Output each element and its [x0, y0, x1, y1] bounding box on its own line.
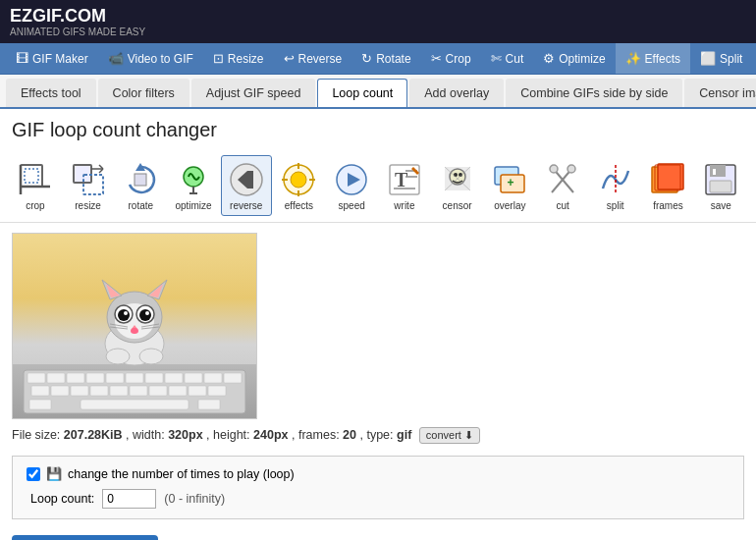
frames-tool-label: frames — [653, 200, 683, 211]
resize-tool-label: resize — [75, 200, 101, 211]
svg-point-43 — [567, 165, 575, 173]
tools-toolbar: crop resize rotate — [0, 149, 756, 223]
change-loop-button[interactable]: Change loop count! — [12, 535, 158, 540]
svg-rect-10 — [135, 174, 146, 186]
nav-cut[interactable]: ✄ Cut — [481, 43, 534, 74]
svg-rect-16 — [247, 171, 253, 189]
effects-tool-icon — [279, 160, 318, 199]
type-separator: , type: — [360, 428, 394, 442]
tool-resize[interactable]: resize — [63, 155, 114, 216]
gif-maker-icon: 🎞 — [16, 51, 28, 66]
cut-tool-icon — [543, 160, 582, 199]
save-tool-icon — [701, 160, 740, 199]
effects-icon: ✨ — [625, 51, 641, 66]
nav-optimize[interactable]: ⚙ Optimize — [533, 43, 615, 74]
loop-count-input[interactable] — [102, 489, 156, 509]
loop-checkbox-label: change the number of times to play (loop… — [68, 467, 295, 481]
tool-crop[interactable]: crop — [10, 155, 61, 216]
svg-text:+: + — [508, 176, 514, 189]
nav-split[interactable]: ⬜ Split — [690, 43, 752, 74]
loop-checkbox-row: 💾 change the number of times to play (lo… — [27, 466, 729, 481]
svg-rect-72 — [189, 386, 206, 396]
tool-rotate[interactable]: rotate — [115, 155, 166, 216]
svg-point-97 — [139, 349, 163, 364]
nav-video-to-gif[interactable]: 📹 Video to GIF — [98, 43, 203, 74]
nav-gif-maker[interactable]: 🎞 GIF Maker — [6, 43, 98, 74]
tool-save[interactable]: save — [695, 155, 746, 216]
censor-tool-icon — [438, 160, 477, 199]
file-info: File size: 207.28KiB , width: 320px , he… — [12, 427, 744, 444]
split-tool-label: split — [607, 200, 624, 211]
height-value: 240px — [253, 428, 288, 442]
nav-rotate[interactable]: ↻ Rotate — [351, 43, 420, 74]
svg-rect-59 — [145, 373, 163, 383]
svg-point-89 — [145, 311, 149, 315]
crop-icon: ✂ — [431, 51, 442, 66]
tab-bar: Effects tool Color filters Adjust GIF sp… — [0, 75, 756, 109]
optimize-tool-label: optimize — [175, 200, 211, 211]
svg-rect-62 — [204, 373, 222, 383]
cut-icon: ✄ — [491, 51, 502, 66]
tool-overlay[interactable]: + overlay — [484, 155, 535, 216]
reverse-icon: ↩ — [284, 51, 295, 66]
convert-button[interactable]: convert ⬇ — [419, 427, 480, 444]
svg-rect-3 — [25, 169, 38, 183]
width-value: 320px — [168, 428, 202, 442]
svg-rect-50 — [710, 181, 731, 192]
nav-resize[interactable]: ⊡ Resize — [203, 43, 274, 74]
optimize-icon: ⚙ — [543, 51, 555, 66]
tab-censor-image[interactable]: Censor image — [684, 79, 756, 107]
tool-optimize[interactable]: optimize — [168, 155, 219, 216]
speed-tool-label: speed — [339, 200, 365, 211]
effects-tool-label: effects — [285, 200, 313, 211]
tab-combine-gifs[interactable]: Combine GIFs side by side — [506, 79, 682, 107]
svg-rect-58 — [126, 373, 143, 383]
svg-text:T: T — [395, 169, 408, 190]
tool-speed[interactable]: speed — [326, 155, 377, 216]
nav-reverse[interactable]: ↩ Reverse — [274, 43, 352, 74]
loop-checkbox[interactable] — [27, 467, 40, 481]
loop-count-hint: (0 - infinity) — [164, 492, 225, 506]
split-icon: ⬜ — [700, 51, 716, 66]
svg-rect-73 — [208, 386, 226, 396]
loop-count-label: Loop count: — [30, 492, 94, 506]
tab-add-overlay[interactable]: Add overlay — [409, 79, 504, 107]
tab-effects-tool[interactable]: Effects tool — [6, 79, 96, 107]
floppy-icon: 💾 — [46, 466, 62, 481]
file-size-value: 207.28KiB — [64, 428, 123, 442]
tool-split[interactable]: split — [590, 155, 641, 216]
width-separator: , width: — [126, 428, 165, 442]
rotate-tool-icon — [121, 160, 160, 199]
nav-effects[interactable]: ✨ Effects — [616, 43, 690, 74]
tool-reverse[interactable]: reverse — [221, 155, 272, 216]
crop-tool-label: crop — [26, 200, 44, 211]
tab-color-filters[interactable]: Color filters — [98, 79, 189, 107]
svg-rect-64 — [31, 386, 49, 396]
tool-frames[interactable]: frames — [643, 155, 694, 216]
svg-rect-66 — [71, 386, 88, 396]
nav-crop[interactable]: ✂ Crop — [421, 43, 481, 74]
svg-point-42 — [550, 165, 558, 173]
svg-rect-74 — [81, 400, 189, 409]
tab-adjust-speed[interactable]: Adjust GIF speed — [191, 79, 316, 107]
top-navigation: 🎞 GIF Maker 📹 Video to GIF ⊡ Resize ↩ Re… — [0, 43, 756, 75]
tool-cut[interactable]: cut — [537, 155, 588, 216]
svg-point-87 — [139, 309, 151, 321]
svg-rect-60 — [165, 373, 183, 383]
tool-write[interactable]: T write — [379, 155, 430, 216]
svg-rect-68 — [110, 386, 128, 396]
rotate-icon: ↻ — [361, 51, 372, 66]
svg-rect-61 — [185, 373, 202, 383]
tool-effects[interactable]: effects — [274, 155, 325, 216]
tool-censor[interactable]: censor — [432, 155, 483, 216]
svg-point-95 — [131, 328, 138, 334]
svg-rect-63 — [224, 373, 242, 383]
site-logo: EZGIF.COM — [10, 6, 106, 26]
svg-rect-54 — [47, 373, 65, 383]
frames-tool-icon — [648, 160, 687, 199]
overlay-tool-icon: + — [490, 160, 529, 199]
svg-rect-55 — [67, 373, 84, 383]
main-content: File size: 207.28KiB , width: 320px , he… — [0, 223, 756, 540]
svg-point-88 — [124, 311, 128, 315]
tab-loop-count[interactable]: Loop count — [317, 79, 407, 109]
